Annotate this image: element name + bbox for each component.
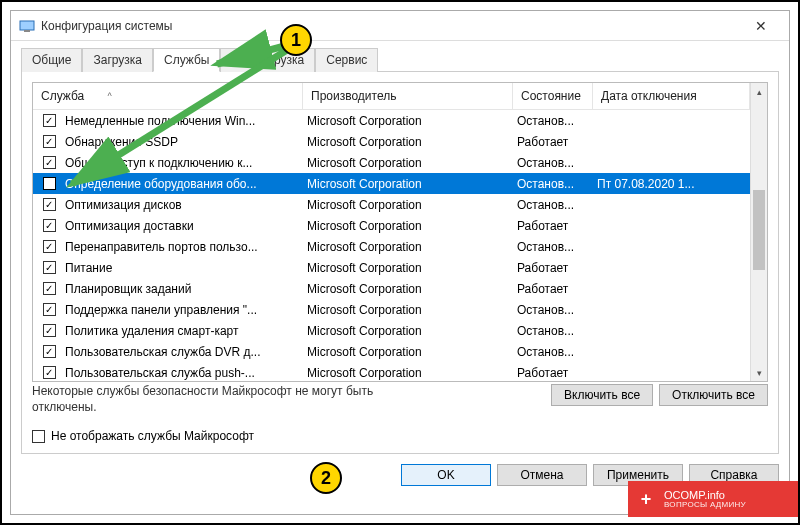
scroll-track[interactable] [751, 100, 767, 364]
cell-service: Пользовательская служба push-... [61, 366, 303, 380]
checkbox-icon: ✓ [43, 135, 56, 148]
table-row[interactable]: ✓Общий доступ к подключению к...Microsof… [33, 152, 750, 173]
row-checkbox[interactable]: ✓ [41, 240, 57, 254]
checkbox-icon: ✓ [43, 261, 56, 274]
cell-service: Пользовательская служба DVR д... [61, 345, 303, 359]
cell-state: Работает [513, 135, 593, 149]
cell-state: Останов... [513, 177, 593, 191]
scroll-up-icon[interactable]: ▴ [751, 83, 767, 100]
row-checkbox[interactable]: ✓ [41, 156, 57, 170]
table-row[interactable]: ✓Пользовательская служба DVR д...Microso… [33, 341, 750, 362]
cell-service: Немедленные подключения Win... [61, 114, 303, 128]
watermark-sub: ВОПРОСЫ АДМИНУ [664, 501, 746, 510]
row-checkbox[interactable]: ✓ [41, 324, 57, 338]
table-row[interactable]: ✓Планировщик заданийMicrosoft Corporatio… [33, 278, 750, 299]
cell-state: Работает [513, 261, 593, 275]
enable-all-button[interactable]: Включить все [551, 384, 653, 406]
cell-manufacturer: Microsoft Corporation [303, 198, 513, 212]
tab-boot[interactable]: Загрузка [82, 48, 153, 72]
vertical-scrollbar[interactable]: ▴ ▾ [750, 83, 767, 381]
row-checkbox[interactable]: ✓ [41, 135, 57, 149]
checkbox-icon: ✓ [43, 114, 56, 127]
header-state[interactable]: Состояние [513, 83, 593, 109]
cell-state: Работает [513, 219, 593, 233]
services-listview[interactable]: Служба ^ Производитель Состояние Дата от… [32, 82, 768, 382]
cell-disable-date: Пт 07.08.2020 1... [593, 177, 750, 191]
checkbox-icon: ✓ [43, 156, 56, 169]
header-disable-date[interactable]: Дата отключения [593, 83, 750, 109]
table-row[interactable]: ✓Немедленные подключения Win...Microsoft… [33, 110, 750, 131]
row-checkbox[interactable]: ✓ [41, 345, 57, 359]
table-row[interactable]: ✓Обнаружение SSDPMicrosoft CorporationРа… [33, 131, 750, 152]
cell-service: Питание [61, 261, 303, 275]
table-row[interactable]: ✓Оптимизация дисковMicrosoft Corporation… [33, 194, 750, 215]
table-row[interactable]: Определение оборудования обо...Microsoft… [33, 173, 750, 194]
note-text: Некоторые службы безопасности Майкрософт… [32, 384, 392, 415]
table-row[interactable]: ✓Поддержка панели управления "...Microso… [33, 299, 750, 320]
cell-service: Оптимизация доставки [61, 219, 303, 233]
cancel-button[interactable]: Отмена [497, 464, 587, 486]
annotation-marker-1: 1 [280, 24, 312, 56]
cell-manufacturer: Microsoft Corporation [303, 324, 513, 338]
cell-state: Работает [513, 282, 593, 296]
tab-strip: Общие Загрузка Службы Автозагрузка Серви… [21, 47, 779, 72]
checkbox-icon: ✓ [43, 345, 56, 358]
row-checkbox[interactable]: ✓ [41, 114, 57, 128]
watermark: + OCOMP.info ВОПРОСЫ АДМИНУ [628, 481, 798, 517]
disable-all-button[interactable]: Отключить все [659, 384, 768, 406]
header-manufacturer[interactable]: Производитель [303, 83, 513, 109]
cell-state: Останов... [513, 240, 593, 254]
cell-state: Останов... [513, 198, 593, 212]
cell-state: Работает [513, 366, 593, 380]
cell-service: Определение оборудования обо... [61, 177, 303, 191]
checkbox-icon: ✓ [43, 219, 56, 232]
row-checkbox[interactable]: ✓ [41, 198, 57, 212]
table-row[interactable]: ✓Оптимизация доставкиMicrosoft Corporati… [33, 215, 750, 236]
row-checkbox[interactable]: ✓ [41, 366, 57, 380]
table-row[interactable]: ✓ПитаниеMicrosoft CorporationРаботает [33, 257, 750, 278]
cell-manufacturer: Microsoft Corporation [303, 366, 513, 380]
services-panel: Служба ^ Производитель Состояние Дата от… [21, 72, 779, 454]
cell-service: Оптимизация дисков [61, 198, 303, 212]
row-checkbox[interactable]: ✓ [41, 261, 57, 275]
checkbox-icon: ✓ [43, 324, 56, 337]
cell-service: Политика удаления смарт-карт [61, 324, 303, 338]
cell-manufacturer: Microsoft Corporation [303, 177, 513, 191]
row-checkbox[interactable]: ✓ [41, 219, 57, 233]
msconfig-window: Конфигурация системы ✕ Общие Загрузка Сл… [10, 10, 790, 515]
window-title: Конфигурация системы [41, 19, 741, 33]
tab-services[interactable]: Службы [153, 48, 220, 72]
scroll-down-icon[interactable]: ▾ [751, 364, 767, 381]
row-checkbox[interactable]: ✓ [41, 282, 57, 296]
column-headers: Служба ^ Производитель Состояние Дата от… [33, 83, 750, 110]
header-service[interactable]: Служба ^ [33, 83, 303, 109]
cell-manufacturer: Microsoft Corporation [303, 135, 513, 149]
cell-manufacturer: Microsoft Corporation [303, 303, 513, 317]
scroll-thumb[interactable] [753, 190, 765, 270]
cell-state: Останов... [513, 345, 593, 359]
table-row[interactable]: ✓Политика удаления смарт-картMicrosoft C… [33, 320, 750, 341]
titlebar: Конфигурация системы ✕ [11, 11, 789, 41]
tab-tools[interactable]: Сервис [315, 48, 378, 72]
checkbox-icon: ✓ [43, 240, 56, 253]
checkbox-icon: ✓ [43, 303, 56, 316]
cell-manufacturer: Microsoft Corporation [303, 156, 513, 170]
cell-manufacturer: Microsoft Corporation [303, 219, 513, 233]
ok-button[interactable]: OK [401, 464, 491, 486]
checkbox-icon: ✓ [43, 366, 56, 379]
cell-state: Останов... [513, 114, 593, 128]
tab-general[interactable]: Общие [21, 48, 82, 72]
close-icon[interactable]: ✕ [741, 18, 781, 34]
rows-container: ✓Немедленные подключения Win...Microsoft… [33, 110, 750, 381]
checkbox-icon: ✓ [43, 282, 56, 295]
watermark-domain: OCOMP.info [664, 489, 746, 501]
row-checkbox[interactable]: ✓ [41, 303, 57, 317]
cell-service: Перенаправитель портов пользо... [61, 240, 303, 254]
table-row[interactable]: ✓Перенаправитель портов пользо...Microso… [33, 236, 750, 257]
hide-ms-checkbox[interactable]: Не отображать службы Майкрософт [32, 429, 768, 443]
svg-rect-1 [24, 30, 30, 32]
checkbox-icon [43, 177, 56, 190]
checkbox-icon: ✓ [43, 198, 56, 211]
table-row[interactable]: ✓Пользовательская служба push-...Microso… [33, 362, 750, 381]
row-checkbox[interactable] [41, 177, 57, 191]
